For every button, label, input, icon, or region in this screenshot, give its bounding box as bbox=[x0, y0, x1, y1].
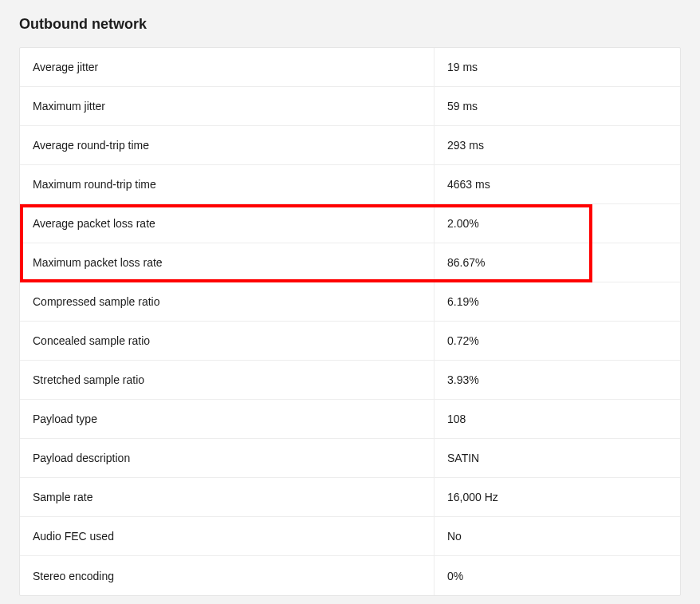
table-row: Average round-trip time 293 ms bbox=[20, 126, 680, 165]
metric-value: 4663 ms bbox=[435, 166, 680, 203]
metric-value: 0.72% bbox=[435, 322, 680, 359]
metric-value: SATIN bbox=[435, 440, 680, 476]
metric-label: Concealed sample ratio bbox=[20, 322, 435, 360]
table-row: Maximum round-trip time 4663 ms bbox=[20, 165, 680, 204]
table-row: Compressed sample ratio 6.19% bbox=[20, 282, 680, 322]
table-row: Audio FEC used No bbox=[20, 517, 680, 556]
metric-label: Maximum packet loss rate bbox=[20, 243, 435, 282]
table-row: Maximum jitter 59 ms bbox=[20, 87, 680, 126]
metric-label: Payload type bbox=[20, 400, 435, 438]
table-row: Stereo encoding 0% bbox=[20, 556, 680, 595]
metric-label: Maximum jitter bbox=[20, 87, 435, 125]
table-row: Payload type 108 bbox=[20, 400, 680, 439]
metric-label: Sample rate bbox=[20, 478, 435, 516]
table-row: Maximum packet loss rate 86.67% bbox=[20, 243, 680, 282]
metric-value: 59 ms bbox=[435, 88, 680, 124]
metric-value: 6.19% bbox=[435, 283, 680, 320]
metric-label: Compressed sample ratio bbox=[20, 282, 435, 321]
metric-label: Stereo encoding bbox=[20, 556, 435, 595]
metric-value: 16,000 Hz bbox=[435, 479, 680, 515]
section-title: Outbound network bbox=[19, 16, 681, 33]
metric-label: Maximum round-trip time bbox=[20, 165, 435, 203]
metric-label: Average round-trip time bbox=[20, 126, 435, 164]
metric-value: 108 bbox=[435, 401, 680, 437]
metric-label: Audio FEC used bbox=[20, 517, 435, 555]
metric-label: Average jitter bbox=[20, 48, 435, 86]
table-row: Payload description SATIN bbox=[20, 439, 680, 478]
metrics-table: Average jitter 19 ms Maximum jitter 59 m… bbox=[19, 47, 681, 596]
table-row: Sample rate 16,000 Hz bbox=[20, 478, 680, 517]
table-row: Average packet loss rate 2.00% bbox=[20, 204, 680, 243]
outbound-network-panel: Outbound network Average jitter 19 ms Ma… bbox=[0, 0, 700, 604]
table-row: Concealed sample ratio 0.72% bbox=[20, 322, 680, 361]
metric-value: 293 ms bbox=[435, 127, 680, 164]
metric-value: 86.67% bbox=[435, 244, 680, 281]
table-row: Stretched sample ratio 3.93% bbox=[20, 361, 680, 400]
metric-label: Payload description bbox=[20, 439, 435, 477]
metric-value: No bbox=[435, 518, 680, 555]
metric-label: Average packet loss rate bbox=[20, 204, 435, 243]
metric-value: 2.00% bbox=[435, 205, 680, 242]
table-row: Average jitter 19 ms bbox=[20, 48, 680, 87]
metric-value: 3.93% bbox=[435, 361, 680, 398]
metric-value: 0% bbox=[435, 558, 680, 594]
metric-value: 19 ms bbox=[435, 49, 680, 85]
metric-label: Stretched sample ratio bbox=[20, 361, 435, 399]
